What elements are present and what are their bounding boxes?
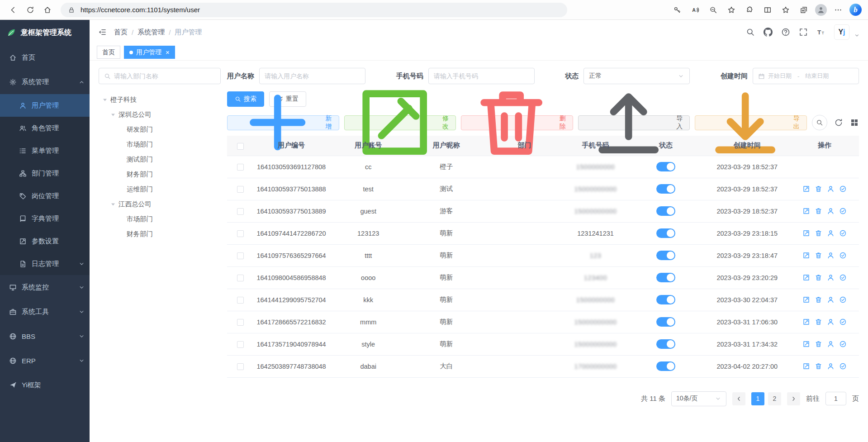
status-toggle[interactable]	[656, 361, 675, 371]
status-toggle[interactable]	[656, 273, 675, 282]
select-all-checkbox[interactable]	[237, 143, 244, 150]
delete-button[interactable]: 删除	[461, 115, 573, 130]
reset-password-icon[interactable]	[827, 229, 835, 237]
tree-node[interactable]: 市场部门	[99, 137, 221, 152]
reset-password-icon[interactable]	[827, 296, 835, 304]
sidebar-item-yi-framework[interactable]: Yi框架	[0, 373, 90, 397]
delete-icon[interactable]	[815, 185, 822, 193]
assign-role-icon[interactable]	[839, 362, 847, 370]
sidebar-item-param-settings[interactable]: 参数设置	[0, 230, 90, 252]
address-bar[interactable]: https://ccnetcore.com:1101/system/user	[61, 3, 567, 17]
edit-icon[interactable]	[802, 274, 810, 281]
goto-page-input[interactable]	[825, 392, 846, 405]
status-toggle[interactable]	[656, 317, 675, 327]
fullscreen-icon[interactable]	[799, 28, 808, 37]
sidebar-item-menu-mgmt[interactable]: 菜单管理	[0, 139, 90, 162]
sidebar-item-sys-monitor[interactable]: 系统监控	[0, 275, 90, 299]
read-aloud-icon[interactable]: A	[688, 3, 702, 17]
tab-close-icon[interactable]: ×	[166, 49, 170, 56]
refresh-table-icon[interactable]	[834, 118, 843, 127]
page-button-1[interactable]: 1	[751, 392, 764, 405]
prev-page-button[interactable]	[732, 392, 745, 405]
assign-role-icon[interactable]	[839, 340, 847, 348]
font-size-icon[interactable]: TT	[816, 28, 825, 37]
browser-menu-icon[interactable]	[831, 3, 845, 17]
sidebar-item-dept-mgmt[interactable]: 部门管理	[0, 162, 90, 185]
tab-home[interactable]: 首页	[97, 46, 120, 59]
assign-role-icon[interactable]	[839, 318, 847, 326]
sidebar-item-sys-tools[interactable]: 系统工具	[0, 299, 90, 324]
browser-profile-avatar[interactable]	[815, 4, 827, 16]
status-toggle[interactable]	[656, 295, 675, 304]
tree-node[interactable]: 市场部门	[99, 212, 221, 227]
row-checkbox[interactable]	[237, 275, 244, 281]
assign-role-icon[interactable]	[839, 274, 847, 281]
delete-icon[interactable]	[815, 252, 822, 259]
sidebar-item-log-mgmt[interactable]: 日志管理	[0, 252, 90, 275]
bing-icon[interactable]: b	[849, 4, 862, 16]
back-icon[interactable]	[6, 3, 20, 17]
tree-node[interactable]: 财务部门	[99, 167, 221, 182]
delete-icon[interactable]	[815, 229, 822, 237]
tree-node[interactable]: 研发部门	[99, 122, 221, 137]
delete-icon[interactable]	[815, 296, 822, 304]
tree-node[interactable]: 深圳总公司	[99, 107, 221, 122]
delete-icon[interactable]	[815, 362, 822, 370]
assign-role-icon[interactable]	[839, 229, 847, 237]
user-avatar[interactable]: Yj	[834, 24, 849, 40]
row-checkbox[interactable]	[237, 341, 244, 348]
row-checkbox[interactable]	[237, 319, 244, 326]
sidebar-item-system-mgmt[interactable]: 系统管理	[0, 70, 90, 94]
add-favorite-icon[interactable]	[725, 3, 738, 17]
zoom-icon[interactable]	[707, 3, 720, 17]
header-search-icon[interactable]	[746, 28, 755, 37]
reset-password-icon[interactable]	[827, 340, 835, 348]
sidebar-item-role-mgmt[interactable]: 角色管理	[0, 117, 90, 139]
reset-password-icon[interactable]	[827, 207, 835, 215]
breadcrumb-home[interactable]: 首页	[114, 28, 128, 37]
refresh-icon[interactable]	[24, 3, 37, 17]
edit-icon[interactable]	[802, 296, 810, 304]
sidebar-item-dict-mgmt[interactable]: 字典管理	[0, 207, 90, 230]
status-toggle[interactable]	[656, 184, 675, 194]
reset-password-icon[interactable]	[827, 185, 835, 193]
page-button-2[interactable]: 2	[768, 392, 781, 405]
collections-icon[interactable]	[797, 3, 811, 17]
add-button[interactable]: 新增	[227, 115, 339, 130]
next-page-button[interactable]	[787, 392, 800, 405]
status-toggle[interactable]	[656, 206, 675, 216]
row-checkbox[interactable]	[237, 363, 244, 370]
row-checkbox[interactable]	[237, 230, 244, 237]
reset-password-icon[interactable]	[827, 274, 835, 281]
delete-icon[interactable]	[815, 274, 822, 281]
assign-role-icon[interactable]	[839, 185, 847, 193]
split-screen-icon[interactable]	[761, 3, 774, 17]
github-icon[interactable]	[764, 28, 773, 37]
export-button[interactable]: 导出	[695, 115, 807, 130]
browser-home-icon[interactable]	[41, 3, 54, 17]
tree-node[interactable]: 测试部门	[99, 152, 221, 167]
sidebar-item-user-mgmt[interactable]: 用户管理	[0, 94, 90, 117]
edit-icon[interactable]	[802, 252, 810, 259]
column-grid-icon[interactable]	[850, 118, 859, 127]
password-key-icon[interactable]	[670, 3, 684, 17]
user-menu-caret-icon[interactable]	[854, 33, 860, 38]
edit-icon[interactable]	[802, 318, 810, 326]
status-toggle[interactable]	[656, 162, 675, 171]
extensions-icon[interactable]	[743, 3, 756, 17]
sidebar-item-post-mgmt[interactable]: 岗位管理	[0, 185, 90, 207]
reset-password-icon[interactable]	[827, 318, 835, 326]
status-toggle[interactable]	[656, 339, 675, 349]
tree-node[interactable]: 运维部门	[99, 182, 221, 197]
edit-icon[interactable]	[802, 229, 810, 237]
page-size-select[interactable]: 10条/页	[671, 391, 726, 406]
assign-role-icon[interactable]	[839, 252, 847, 259]
tree-node[interactable]: 江西总公司	[99, 197, 221, 212]
row-checkbox[interactable]	[237, 164, 244, 171]
assign-role-icon[interactable]	[839, 296, 847, 304]
edit-icon[interactable]	[802, 185, 810, 193]
sidebar-item-bbs[interactable]: BBS	[0, 324, 90, 348]
assign-role-icon[interactable]	[839, 207, 847, 215]
reset-password-icon[interactable]	[827, 252, 835, 259]
reset-password-icon[interactable]	[827, 362, 835, 370]
